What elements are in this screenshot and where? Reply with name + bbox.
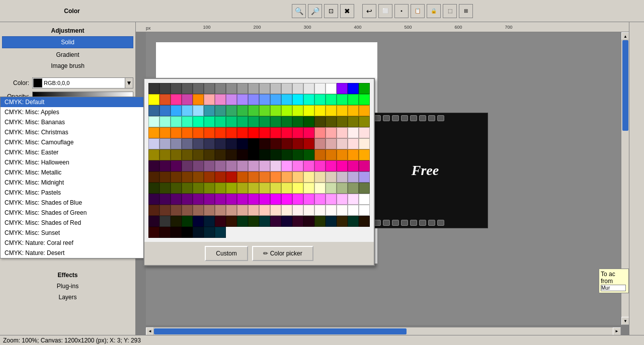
palette-cell[interactable] (348, 127, 359, 138)
palette-cell[interactable] (226, 205, 237, 216)
palette-cell[interactable] (281, 216, 292, 227)
palette-cell[interactable] (326, 116, 337, 127)
palette-cell[interactable] (182, 94, 193, 105)
palette-cell[interactable] (171, 149, 182, 160)
palette-cell[interactable] (148, 83, 159, 94)
palette-cell[interactable] (292, 116, 303, 127)
palette-cell[interactable] (248, 205, 259, 216)
palette-cell[interactable] (193, 194, 204, 205)
palette-cell[interactable] (215, 183, 226, 194)
color-input[interactable] (43, 79, 125, 87)
palette-cell[interactable] (303, 127, 314, 138)
palette-cell[interactable] (326, 160, 337, 171)
palette-cell[interactable] (215, 83, 226, 94)
palette-cell[interactable] (182, 116, 193, 127)
palette-cell[interactable] (326, 171, 337, 183)
dropdown-item[interactable]: CMYK: Misc: Apples (1, 107, 155, 117)
palette-cell[interactable] (248, 138, 259, 149)
close-icon[interactable]: ✖ (340, 4, 354, 18)
palette-cell[interactable] (215, 94, 226, 105)
palette-cell[interactable] (326, 149, 337, 160)
dropdown-item[interactable]: CMYK: Misc: Bananas (1, 117, 155, 127)
palette-cell[interactable] (171, 205, 182, 216)
palette-cell[interactable] (337, 160, 348, 171)
palette-cell[interactable] (303, 83, 314, 94)
palette-cell[interactable] (182, 149, 193, 160)
palette-cell[interactable] (314, 83, 326, 94)
transform-icon[interactable]: ⊞ (459, 4, 473, 18)
palette-cell[interactable] (314, 205, 326, 216)
palette-cell[interactable] (193, 216, 204, 227)
palette-cell[interactable] (259, 149, 270, 160)
palette-cell[interactable] (259, 138, 270, 149)
palette-cell[interactable] (359, 216, 370, 227)
palette-cell[interactable] (171, 160, 182, 171)
palette-cell[interactable] (292, 216, 303, 227)
palette-cell[interactable] (314, 127, 326, 138)
palette-cell[interactable] (292, 83, 303, 94)
horizontal-scrollbar[interactable]: ◄ ► (146, 327, 621, 335)
palette-cell[interactable] (193, 105, 204, 116)
palette-cell[interactable] (215, 149, 226, 160)
palette-cell[interactable] (171, 105, 182, 116)
palette-cell[interactable] (204, 194, 215, 205)
palette-cell[interactable] (326, 138, 337, 149)
palette-cell[interactable] (303, 149, 314, 160)
palette-cell[interactable] (259, 216, 270, 227)
palette-cell[interactable] (248, 171, 259, 183)
dropdown-item[interactable]: CMYK: Nature: Coral reef (1, 238, 155, 248)
palette-cell[interactable] (348, 160, 359, 171)
color-picker-button[interactable]: ✏ Color picker (252, 246, 313, 261)
palette-cell[interactable] (148, 171, 159, 183)
palette-cell[interactable] (314, 105, 326, 116)
palette-cell[interactable] (259, 171, 270, 183)
palette-cell[interactable] (359, 83, 370, 94)
palette-cell[interactable] (292, 105, 303, 116)
scroll-arrow-left[interactable]: ◄ (146, 327, 154, 335)
palette-cell[interactable] (259, 94, 270, 105)
plugins-button[interactable]: Plug-ins (2, 281, 133, 292)
palette-cell[interactable] (292, 149, 303, 160)
palette-cell[interactable] (281, 105, 292, 116)
palette-cell[interactable] (237, 194, 248, 205)
palette-cell[interactable] (237, 94, 248, 105)
palette-cell[interactable] (204, 105, 215, 116)
solid-button[interactable]: Solid (2, 36, 133, 48)
palette-cell[interactable] (248, 105, 259, 116)
palette-cell[interactable] (259, 160, 270, 171)
palette-cell[interactable] (348, 171, 359, 183)
palette-cell[interactable] (193, 171, 204, 183)
palette-cell[interactable] (270, 160, 281, 171)
palette-cell[interactable] (359, 183, 370, 194)
palette-cell[interactable] (281, 205, 292, 216)
palette-cell[interactable] (226, 94, 237, 105)
palette-cell[interactable] (292, 160, 303, 171)
palette-cell[interactable] (148, 94, 159, 105)
palette-cell[interactable] (326, 83, 337, 94)
palette-cell[interactable] (193, 83, 204, 94)
palette-cell[interactable] (182, 216, 193, 227)
palette-cell[interactable] (281, 149, 292, 160)
palette-cell[interactable] (193, 205, 204, 216)
palette-cell[interactable] (314, 194, 326, 205)
palette-cell[interactable] (326, 105, 337, 116)
dropdown-item[interactable]: CMYK: Misc: Sunset (1, 228, 155, 238)
scroll-arrow-down[interactable]: ▼ (621, 317, 629, 325)
palette-cell[interactable] (292, 94, 303, 105)
palette-cell[interactable] (237, 138, 248, 149)
palette-cell[interactable] (204, 116, 215, 127)
palette-cell[interactable] (248, 216, 259, 227)
palette-cell[interactable] (226, 116, 237, 127)
clipboard-icon[interactable]: 📋 (411, 4, 425, 18)
palette-cell[interactable] (326, 183, 337, 194)
palette-cell[interactable] (337, 127, 348, 138)
palette-cell[interactable] (237, 105, 248, 116)
palette-cell[interactable] (270, 149, 281, 160)
dropdown-item[interactable]: CMYK: Misc: Shades of Red (1, 218, 155, 228)
palette-cell[interactable] (348, 216, 359, 227)
palette-cell[interactable] (337, 83, 348, 94)
color-dropdown-arrow[interactable]: ▼ (125, 78, 133, 88)
palette-cell[interactable] (303, 216, 314, 227)
palette-cell[interactable] (159, 171, 171, 183)
palette-cell[interactable] (281, 194, 292, 205)
